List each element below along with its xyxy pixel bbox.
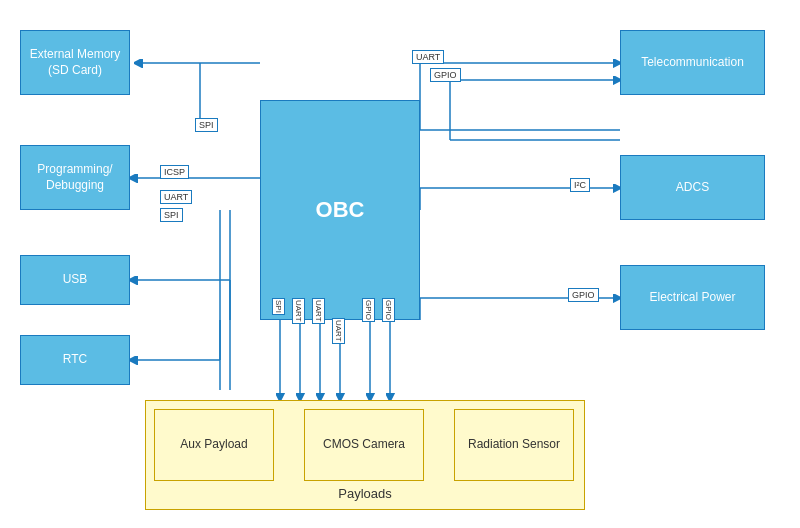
usb-label: USB (63, 272, 88, 288)
payload-aux-label: Aux Payload (180, 437, 247, 453)
proto-gpio1: GPIO (362, 298, 375, 322)
programming-block: Programming/ Debugging (20, 145, 130, 210)
rtc-block: RTC (20, 335, 130, 385)
proto-uart2: UART (292, 298, 305, 324)
proto-spi1: SPI (195, 118, 218, 132)
payloads-label: Payloads (146, 486, 584, 501)
payload-cmos-block: CMOS Camera (304, 409, 424, 481)
proto-i2c: I²C (570, 178, 590, 192)
proto-gpio-top: GPIO (430, 68, 461, 82)
programming-label: Programming/ Debugging (21, 162, 129, 193)
adcs-label: ADCS (676, 180, 709, 196)
proto-spi2: SPI (160, 208, 183, 222)
elec-power-block: Electrical Power (620, 265, 765, 330)
proto-icsp: ICSP (160, 165, 189, 179)
adcs-block: ADCS (620, 155, 765, 220)
ext-memory-block: External Memory (SD Card) (20, 30, 130, 95)
payload-aux-block: Aux Payload (154, 409, 274, 481)
telecom-label: Telecommunication (641, 55, 744, 71)
payload-radiation-label: Radiation Sensor (468, 437, 560, 453)
telecom-block: Telecommunication (620, 30, 765, 95)
rtc-label: RTC (63, 352, 87, 368)
payloads-container: Aux Payload CMOS Camera Radiation Sensor… (145, 400, 585, 510)
payload-radiation-block: Radiation Sensor (454, 409, 574, 481)
proto-uart4: UART (332, 318, 345, 344)
payload-cmos-label: CMOS Camera (323, 437, 405, 453)
ext-memory-label: External Memory (SD Card) (21, 47, 129, 78)
proto-spi3: SPI (272, 298, 285, 315)
proto-gpio2: GPIO (382, 298, 395, 322)
proto-gpio-ep: GPIO (568, 288, 599, 302)
diagram: OBC External Memory (SD Card) Programmin… (0, 0, 800, 528)
obc-label: OBC (316, 196, 365, 225)
usb-block: USB (20, 255, 130, 305)
proto-uart-top: UART (412, 50, 444, 64)
proto-uart1: UART (160, 190, 192, 204)
obc-block: OBC (260, 100, 420, 320)
elec-power-label: Electrical Power (649, 290, 735, 306)
proto-uart3: UART (312, 298, 325, 324)
